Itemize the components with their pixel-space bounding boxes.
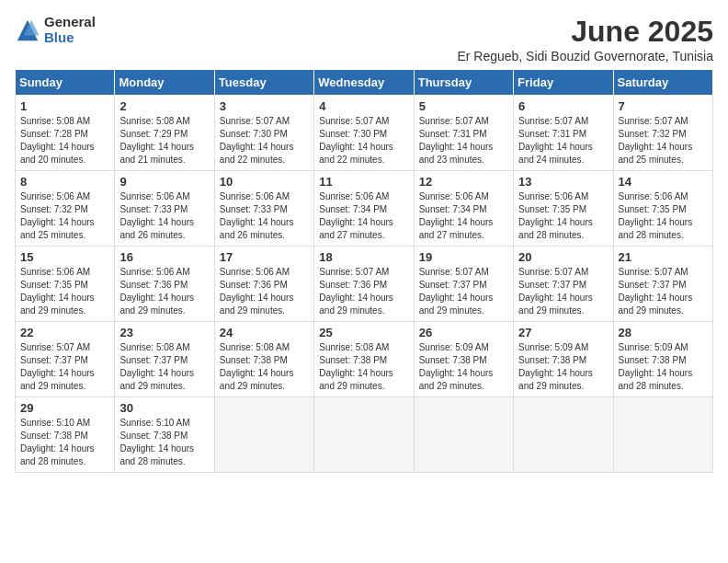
day-number: 24 (220, 326, 309, 339)
day-detail: Sunrise: 5:08 AM Sunset: 7:38 PM Dayligh… (319, 341, 408, 393)
day-cell-18: 18 Sunrise: 5:07 AM Sunset: 7:36 PM Dayl… (314, 247, 414, 322)
day-number: 2 (119, 99, 209, 113)
week-row-4: 22 Sunrise: 5:07 AM Sunset: 7:37 PM Dayl… (16, 322, 713, 397)
day-number: 19 (419, 250, 508, 264)
day-detail: Sunrise: 5:06 AM Sunset: 7:33 PM Dayligh… (220, 190, 309, 242)
day-cell-4: 4 Sunrise: 5:07 AM Sunset: 7:30 PM Dayli… (314, 96, 414, 171)
day-cell-26: 26 Sunrise: 5:09 AM Sunset: 7:38 PM Dayl… (414, 322, 513, 397)
day-number: 17 (220, 250, 309, 264)
day-detail: Sunrise: 5:07 AM Sunset: 7:37 PM Dayligh… (518, 266, 608, 317)
day-detail: Sunrise: 5:09 AM Sunset: 7:38 PM Dayligh… (518, 341, 608, 393)
week-row-2: 8 Sunrise: 5:06 AM Sunset: 7:32 PM Dayli… (16, 171, 713, 247)
col-header-wednesday: Wednesday (314, 70, 414, 96)
day-detail: Sunrise: 5:07 AM Sunset: 7:37 PM Dayligh… (419, 266, 508, 317)
day-detail: Sunrise: 5:07 AM Sunset: 7:37 PM Dayligh… (20, 341, 109, 393)
day-cell-23: 23 Sunrise: 5:08 AM Sunset: 7:37 PM Dayl… (115, 322, 214, 397)
day-number: 9 (119, 175, 209, 189)
day-cell-15: 15 Sunrise: 5:06 AM Sunset: 7:35 PM Dayl… (16, 247, 115, 322)
col-header-saturday: Saturday (613, 70, 712, 96)
empty-cell (214, 397, 313, 473)
day-cell-14: 14 Sunrise: 5:06 AM Sunset: 7:35 PM Dayl… (613, 171, 712, 247)
col-header-tuesday: Tuesday (214, 70, 313, 96)
week-row-1: 1 Sunrise: 5:08 AM Sunset: 7:28 PM Dayli… (16, 96, 713, 171)
day-cell-22: 22 Sunrise: 5:07 AM Sunset: 7:37 PM Dayl… (16, 322, 115, 397)
logo: General Blue (15, 15, 96, 45)
day-detail: Sunrise: 5:10 AM Sunset: 7:38 PM Dayligh… (119, 417, 209, 468)
day-detail: Sunrise: 5:07 AM Sunset: 7:37 PM Dayligh… (619, 266, 708, 317)
day-number: 25 (319, 326, 408, 339)
day-number: 21 (619, 250, 708, 264)
page-header: General Blue June 2025 Er Regueb, Sidi B… (15, 15, 713, 63)
day-cell-11: 11 Sunrise: 5:06 AM Sunset: 7:34 PM Dayl… (314, 171, 414, 247)
day-detail: Sunrise: 5:07 AM Sunset: 7:30 PM Dayligh… (319, 115, 408, 167)
day-cell-29: 29 Sunrise: 5:10 AM Sunset: 7:38 PM Dayl… (16, 397, 115, 473)
day-detail: Sunrise: 5:09 AM Sunset: 7:38 PM Dayligh… (619, 341, 708, 393)
day-detail: Sunrise: 5:06 AM Sunset: 7:34 PM Dayligh… (319, 190, 408, 242)
day-detail: Sunrise: 5:07 AM Sunset: 7:31 PM Dayligh… (518, 115, 608, 167)
day-number: 6 (518, 99, 608, 113)
day-number: 1 (20, 99, 109, 113)
day-cell-7: 7 Sunrise: 5:07 AM Sunset: 7:32 PM Dayli… (613, 96, 712, 171)
day-cell-16: 16 Sunrise: 5:06 AM Sunset: 7:36 PM Dayl… (115, 247, 214, 322)
month-title: June 2025 (457, 15, 713, 49)
day-number: 26 (419, 326, 508, 339)
day-detail: Sunrise: 5:07 AM Sunset: 7:32 PM Dayligh… (619, 115, 708, 167)
week-row-3: 15 Sunrise: 5:06 AM Sunset: 7:35 PM Dayl… (16, 247, 713, 322)
title-block: June 2025 Er Regueb, Sidi Bouzid Governo… (457, 15, 713, 63)
day-number: 4 (319, 99, 408, 113)
day-number: 14 (619, 175, 708, 189)
day-detail: Sunrise: 5:06 AM Sunset: 7:35 PM Dayligh… (20, 266, 109, 317)
day-cell-25: 25 Sunrise: 5:08 AM Sunset: 7:38 PM Dayl… (314, 322, 414, 397)
location-subtitle: Er Regueb, Sidi Bouzid Governorate, Tuni… (457, 49, 713, 63)
col-header-thursday: Thursday (414, 70, 513, 96)
day-cell-13: 13 Sunrise: 5:06 AM Sunset: 7:35 PM Dayl… (514, 171, 613, 247)
header-row: SundayMondayTuesdayWednesdayThursdayFrid… (16, 70, 713, 96)
empty-cell (613, 397, 712, 473)
day-detail: Sunrise: 5:06 AM Sunset: 7:32 PM Dayligh… (20, 190, 109, 242)
day-cell-1: 1 Sunrise: 5:08 AM Sunset: 7:28 PM Dayli… (16, 96, 115, 171)
day-cell-6: 6 Sunrise: 5:07 AM Sunset: 7:31 PM Dayli… (514, 96, 613, 171)
day-number: 16 (119, 250, 209, 264)
day-number: 13 (518, 175, 608, 189)
day-detail: Sunrise: 5:10 AM Sunset: 7:38 PM Dayligh… (20, 417, 109, 468)
day-number: 27 (518, 326, 608, 339)
day-detail: Sunrise: 5:07 AM Sunset: 7:36 PM Dayligh… (319, 266, 408, 317)
empty-cell (414, 397, 513, 473)
day-detail: Sunrise: 5:06 AM Sunset: 7:36 PM Dayligh… (220, 266, 309, 317)
day-cell-5: 5 Sunrise: 5:07 AM Sunset: 7:31 PM Dayli… (414, 96, 513, 171)
day-cell-19: 19 Sunrise: 5:07 AM Sunset: 7:37 PM Dayl… (414, 247, 513, 322)
day-detail: Sunrise: 5:06 AM Sunset: 7:34 PM Dayligh… (419, 190, 508, 242)
day-cell-10: 10 Sunrise: 5:06 AM Sunset: 7:33 PM Dayl… (214, 171, 313, 247)
day-detail: Sunrise: 5:06 AM Sunset: 7:36 PM Dayligh… (119, 266, 209, 317)
day-cell-27: 27 Sunrise: 5:09 AM Sunset: 7:38 PM Dayl… (514, 322, 613, 397)
day-cell-2: 2 Sunrise: 5:08 AM Sunset: 7:29 PM Dayli… (115, 96, 214, 171)
day-cell-28: 28 Sunrise: 5:09 AM Sunset: 7:38 PM Dayl… (613, 322, 712, 397)
week-row-5: 29 Sunrise: 5:10 AM Sunset: 7:38 PM Dayl… (16, 397, 713, 473)
day-cell-9: 9 Sunrise: 5:06 AM Sunset: 7:33 PM Dayli… (115, 171, 214, 247)
calendar-table: SundayMondayTuesdayWednesdayThursdayFrid… (15, 69, 713, 473)
day-cell-30: 30 Sunrise: 5:10 AM Sunset: 7:38 PM Dayl… (115, 397, 214, 473)
day-number: 3 (220, 99, 309, 113)
day-cell-3: 3 Sunrise: 5:07 AM Sunset: 7:30 PM Dayli… (214, 96, 313, 171)
day-detail: Sunrise: 5:09 AM Sunset: 7:38 PM Dayligh… (419, 341, 508, 393)
day-detail: Sunrise: 5:08 AM Sunset: 7:28 PM Dayligh… (20, 115, 109, 167)
day-number: 7 (619, 99, 708, 113)
day-number: 5 (419, 99, 508, 113)
day-cell-12: 12 Sunrise: 5:06 AM Sunset: 7:34 PM Dayl… (414, 171, 513, 247)
day-number: 20 (518, 250, 608, 264)
day-number: 11 (319, 175, 408, 189)
day-number: 15 (20, 250, 109, 264)
logo-icon (15, 17, 40, 43)
day-detail: Sunrise: 5:06 AM Sunset: 7:33 PM Dayligh… (119, 190, 209, 242)
logo-blue-text: Blue (44, 30, 96, 46)
logo-general-text: General (44, 15, 96, 30)
day-cell-17: 17 Sunrise: 5:06 AM Sunset: 7:36 PM Dayl… (214, 247, 313, 322)
day-number: 18 (319, 250, 408, 264)
day-detail: Sunrise: 5:08 AM Sunset: 7:29 PM Dayligh… (119, 115, 209, 167)
day-number: 30 (119, 401, 209, 415)
day-detail: Sunrise: 5:08 AM Sunset: 7:38 PM Dayligh… (220, 341, 309, 393)
day-number: 28 (619, 326, 708, 339)
day-detail: Sunrise: 5:06 AM Sunset: 7:35 PM Dayligh… (619, 190, 708, 242)
day-detail: Sunrise: 5:07 AM Sunset: 7:30 PM Dayligh… (220, 115, 309, 167)
day-detail: Sunrise: 5:07 AM Sunset: 7:31 PM Dayligh… (419, 115, 508, 167)
